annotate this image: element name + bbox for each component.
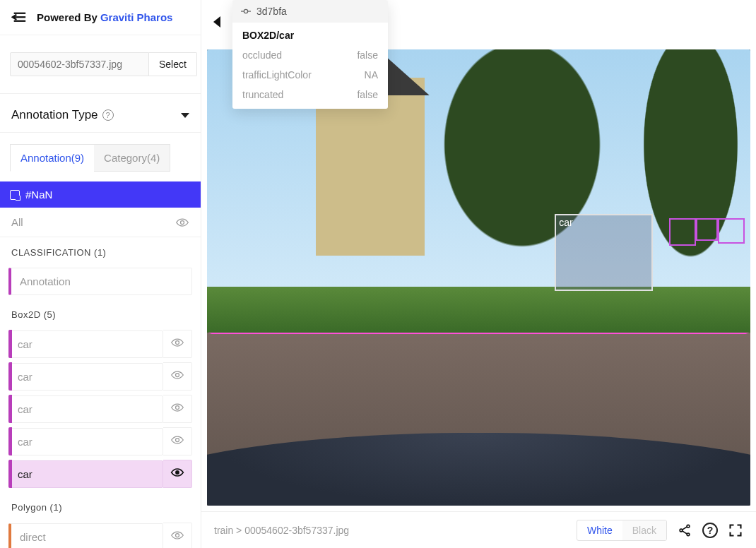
list-item-label: car <box>8 428 163 455</box>
collapse-sidebar-icon[interactable] <box>11 11 27 23</box>
bounding-box[interactable] <box>696 218 718 241</box>
svg-point-5 <box>176 374 179 377</box>
tab-category[interactable]: Category(4) <box>94 144 170 172</box>
breadcrumb: train > 00054602-3bf57337.jpg <box>214 525 567 536</box>
bg-black-option[interactable]: Black <box>622 520 666 540</box>
section-polygon-title: Polygon (1) <box>0 492 201 518</box>
chevron-down-icon <box>181 113 189 118</box>
svg-line-17 <box>683 530 687 533</box>
list-item-label: car <box>8 395 163 423</box>
brand-link[interactable]: Graviti Pharos <box>100 11 173 23</box>
svg-point-7 <box>176 439 179 442</box>
share-icon[interactable] <box>677 523 692 538</box>
background-toggle: White Black <box>577 520 667 541</box>
svg-point-6 <box>176 406 179 410</box>
list-item[interactable]: car <box>8 330 192 358</box>
select-file-button[interactable]: Select <box>149 52 197 76</box>
bounding-box-selected[interactable]: car <box>555 214 652 292</box>
list-item-label: car <box>8 330 163 358</box>
help-icon[interactable]: ? <box>102 109 114 121</box>
fullscreen-icon[interactable] <box>728 523 743 538</box>
all-label: All <box>11 216 23 228</box>
list-item[interactable]: car <box>8 427 192 455</box>
file-selector: Select <box>0 35 201 94</box>
image-canvas[interactable]: car <box>207 49 750 506</box>
popover-title: BOX2D/car <box>232 23 388 45</box>
bbox-label: car <box>559 217 572 228</box>
bounding-box[interactable] <box>669 218 696 246</box>
scene-image <box>207 49 750 506</box>
visibility-toggle[interactable] <box>163 395 192 423</box>
eye-icon[interactable] <box>175 218 189 227</box>
list-item-label: car <box>8 363 163 391</box>
svg-point-13 <box>680 529 683 532</box>
svg-point-15 <box>687 533 690 536</box>
annotation-type-dropdown[interactable]: Annotation Type ? <box>0 94 201 133</box>
main-panel: 3d7bfa BOX2D/car occludedfalse trafficLi… <box>201 0 756 548</box>
annotation-type-label: Annotation Type <box>11 108 98 122</box>
svg-point-14 <box>687 525 690 528</box>
visibility-toggle[interactable] <box>163 330 192 358</box>
svg-line-16 <box>683 527 687 530</box>
help-icon[interactable]: ? <box>702 523 718 538</box>
list-item-label: Annotation <box>8 268 192 295</box>
bounding-box[interactable] <box>718 218 745 244</box>
all-row[interactable]: All <box>0 208 201 237</box>
section-box2d-title: Box2D (5) <box>0 299 201 326</box>
svg-point-3 <box>181 220 184 224</box>
commit-hash: 3d7bfa <box>256 6 287 17</box>
visibility-toggle[interactable] <box>163 523 192 548</box>
selected-annotation-chip[interactable]: #NaN <box>0 181 201 208</box>
list-item-selected[interactable]: car <box>8 460 192 488</box>
file-name-input[interactable] <box>10 52 149 76</box>
popover-row: trafficLightColorNA <box>232 65 388 85</box>
svg-point-8 <box>175 470 179 475</box>
annotation-popover: 3d7bfa BOX2D/car occludedfalse trafficLi… <box>232 0 388 109</box>
bg-white-option[interactable]: White <box>577 520 622 540</box>
annotation-list: CLASSIFICATION (1) Annotation Box2D (5) … <box>0 237 201 548</box>
popover-row: occludedfalse <box>232 45 388 65</box>
list-item-label: direct <box>8 523 163 549</box>
annotation-icon <box>10 190 20 200</box>
commit-icon <box>241 6 251 16</box>
visibility-toggle[interactable] <box>163 362 192 391</box>
triangle-left-icon <box>213 16 220 28</box>
section-classification-title: CLASSIFICATION (1) <box>0 237 201 263</box>
tabs: Annotation(9) Category(4) <box>0 133 201 173</box>
list-item[interactable]: car <box>8 362 192 391</box>
sidebar: Powered By Graviti Pharos Select Annotat… <box>0 0 201 548</box>
list-item[interactable]: car <box>8 395 192 423</box>
collapse-panel-button[interactable] <box>201 10 232 34</box>
footer: train > 00054602-3bf57337.jpg White Blac… <box>201 511 756 548</box>
tab-annotation[interactable]: Annotation(9) <box>10 144 94 172</box>
popover-row: truncatedfalse <box>232 85 388 109</box>
powered-by-label: Powered By <box>37 11 98 23</box>
list-item-label: car <box>8 460 163 488</box>
selected-annotation-label: #NaN <box>25 189 52 201</box>
list-item[interactable]: Annotation <box>8 268 192 295</box>
visibility-toggle[interactable] <box>163 427 192 455</box>
sidebar-header: Powered By Graviti Pharos <box>0 0 201 35</box>
svg-point-4 <box>176 341 179 345</box>
list-item[interactable]: direct <box>8 523 192 548</box>
svg-point-9 <box>176 534 179 537</box>
svg-point-10 <box>244 9 247 13</box>
visibility-toggle[interactable] <box>163 460 192 488</box>
